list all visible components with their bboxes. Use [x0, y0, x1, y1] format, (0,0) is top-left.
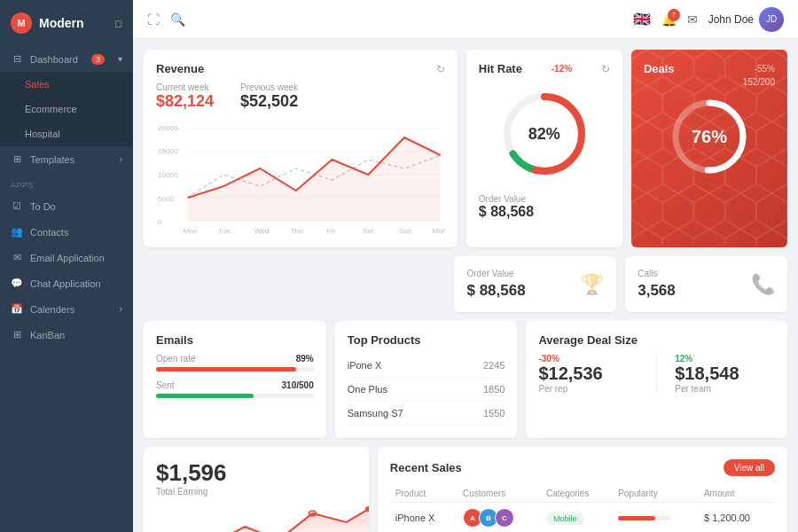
expand-icon[interactable]: ⛶ [147, 12, 160, 27]
sidebar: M Modern ◻ ⊟ Dashboard 3 ▾ Sales Ecommer… [0, 0, 133, 532]
sent-label: Sent [156, 380, 175, 390]
sidebar-sub-dashboard: Sales Ecommerce Hospital [0, 72, 133, 146]
deals-donut: 76% [644, 88, 775, 185]
sidebar-item-email[interactable]: ✉ Email Application [0, 245, 133, 270]
calls-value: 3,568 [638, 282, 676, 300]
deal-per-team: 12% $18,548 Per team [675, 354, 775, 394]
col-product: Product [390, 485, 458, 503]
templates-label: Templates [30, 154, 74, 165]
per-team-amount: $18,548 [675, 364, 775, 384]
hitrate-badge: -12% [552, 64, 572, 74]
sidebar-toggle-icon[interactable]: ◻ [114, 18, 122, 29]
chevron-right-icon2: › [120, 304, 122, 314]
language-flag[interactable]: 🇬🇧 [633, 11, 651, 27]
per-rep-pct: -30% [538, 354, 638, 364]
list-item: One Plus 1850 [348, 378, 505, 402]
hitrate-value: 82% [528, 125, 560, 144]
list-item: Samsung S7 1550 [348, 402, 505, 426]
app-name: Modern [39, 16, 84, 30]
contacts-icon: 👥 [11, 226, 23, 238]
svg-text:Sun: Sun [399, 227, 411, 235]
product-list: iPone X 2245 One Plus 1850 Samsung S7 15… [348, 354, 505, 426]
order-value-label: Order Value [479, 194, 610, 204]
svg-text:10000: 10000 [158, 171, 178, 179]
order-value-card-label: Order Value [466, 269, 525, 278]
svg-text:Mon: Mon [184, 227, 198, 235]
sidebar-item-kanban[interactable]: ⊞ KanBan [0, 322, 133, 348]
sidebar-item-todo[interactable]: ☑ To Do [0, 193, 133, 219]
deals-badge: -55% [755, 64, 775, 74]
hitrate-title: Hit Rate [479, 62, 522, 75]
row-1: Revenue ↻ Current week $82,124 Previous … [144, 50, 787, 247]
avatar: C [495, 508, 514, 528]
revenue-card: Revenue ↻ Current week $82,124 Previous … [144, 50, 458, 247]
search-icon[interactable]: 🔍 [170, 12, 185, 27]
sidebar-item-contacts[interactable]: 👥 Contacts [0, 219, 133, 245]
svg-text:Sat: Sat [363, 227, 374, 235]
amount-cell: $ 1,200.00 [699, 503, 775, 533]
svg-text:15000: 15000 [158, 147, 178, 155]
svg-text:5000: 5000 [158, 195, 175, 203]
email-label: Email Application [30, 253, 105, 263]
popularity-bar [618, 516, 671, 520]
mail-icon[interactable]: ✉ [687, 12, 698, 27]
notifications-bell[interactable]: 🔔 7 [661, 12, 677, 27]
per-rep-amount: $12,536 [538, 364, 638, 384]
per-team-pct: 12% [675, 354, 775, 364]
hitrate-donut: 82% [479, 81, 610, 187]
recent-sales-card: Recent Sales View all Product Customers … [378, 447, 787, 532]
content-area: Revenue ↻ Current week $82,124 Previous … [133, 39, 798, 532]
current-week-value: $82,124 [156, 92, 214, 111]
sidebar-item-chat[interactable]: 💬 Chat Application [0, 270, 133, 296]
chat-icon: 💬 [11, 278, 23, 289]
recent-sales-title: Recent Sales [390, 461, 462, 474]
customers-cell: A B C [458, 503, 541, 533]
sidebar-item-hospital[interactable]: Hospital [0, 121, 133, 146]
deals-card: Deals -55% 152/200 76% [631, 50, 787, 247]
top-products-card: Top Products iPone X 2245 One Plus 1850 … [335, 321, 518, 438]
customer-avatars: A B C [463, 508, 536, 528]
dashboard-icon: ⊟ [11, 53, 23, 65]
deals-title: Deals [644, 62, 675, 75]
emails-card: Emails Open rate 89% Sent 310/500 [144, 321, 326, 438]
view-all-button[interactable]: View all [724, 459, 775, 476]
sidebar-item-ecommerce[interactable]: Ecommerce [0, 97, 133, 121]
svg-text:Wed: Wed [254, 227, 270, 235]
svg-marker-10 [188, 137, 441, 221]
user-menu[interactable]: John Doe JD [708, 7, 784, 32]
open-rate-pct: 89% [296, 354, 314, 364]
dashboard-badge: 3 [91, 54, 105, 65]
hitrate-order: Order Value $ 88,568 [479, 194, 610, 220]
order-value: $ 88,568 [479, 204, 610, 220]
deal-size-title: Average Deal Size [538, 333, 638, 347]
category-cell: Mobile [541, 503, 613, 533]
deal-per-rep: -30% $12,536 Per rep [538, 354, 638, 394]
order-value-card: Order Value $ 88,568 🏆 [454, 256, 616, 312]
sidebar-item-dashboard[interactable]: ⊟ Dashboard 3 ▾ [0, 46, 133, 72]
chat-label: Chat Application [30, 278, 101, 289]
svg-text:Mon: Mon [433, 227, 445, 235]
svg-text:0: 0 [158, 218, 162, 226]
sidebar-item-sales[interactable]: Sales [0, 72, 133, 97]
deal-size-card: Average Deal Size -30% $12,536 Per rep 1… [526, 321, 787, 438]
sidebar-item-calendars[interactable]: 📅 Calenders › [0, 296, 133, 322]
revenue-refresh-icon[interactable]: ↻ [436, 63, 445, 75]
per-team-label: Per team [675, 384, 775, 394]
svg-text:20000: 20000 [158, 124, 178, 132]
sidebar-item-templates[interactable]: ⊞ Templates › [0, 146, 133, 172]
calendars-label: Calenders [30, 304, 74, 315]
product-cell: iPhone X [390, 503, 458, 533]
popularity-cell [613, 503, 699, 533]
recent-sales-header: Recent Sales View all [390, 459, 775, 476]
kanban-icon: ⊞ [11, 329, 23, 340]
sidebar-logo: M Modern ◻ [0, 0, 133, 46]
username: John Doe [708, 13, 754, 26]
revenue-title: Revenue [156, 62, 204, 75]
calls-card: Calls 3,568 📞 [625, 256, 787, 312]
per-rep-label: Per rep [538, 384, 638, 394]
templates-icon: ⊞ [11, 153, 23, 165]
hitrate-refresh-icon[interactable]: ↻ [601, 63, 610, 75]
row-2: Order Value $ 88,568 🏆 Calls 3,568 📞 [144, 256, 787, 312]
main-content: ⛶ 🔍 🇬🇧 🔔 7 ✉ John Doe JD Revenue ↻ [133, 0, 798, 532]
svg-text:Tue: Tue [218, 227, 231, 235]
